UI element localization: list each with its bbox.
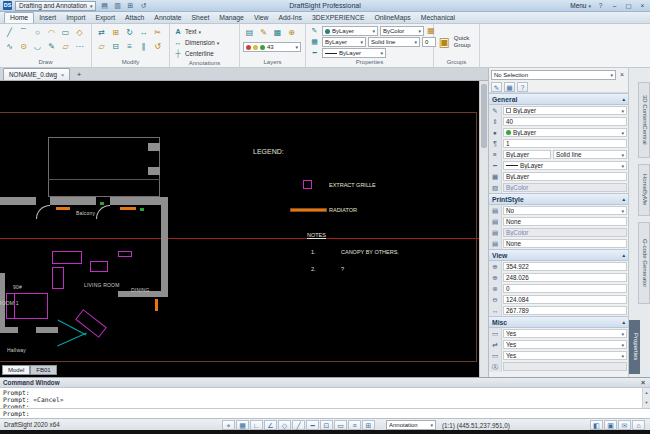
ortho-toggle-icon[interactable]: ∟	[250, 420, 263, 430]
layout-status-icon[interactable]: ▣	[604, 420, 617, 430]
rectangle-tool-icon[interactable]: ▭	[59, 26, 72, 40]
lineweight-icon[interactable]: ━	[309, 48, 320, 58]
command-window-close-icon[interactable]: ×	[639, 379, 647, 386]
menu-item-addins[interactable]: Add-Ins	[274, 13, 307, 23]
sketch-tool-icon[interactable]: ✎	[45, 40, 58, 54]
quick-select-icon[interactable]: ✎	[491, 82, 502, 92]
lineweight-toggle-icon[interactable]: ━	[306, 420, 319, 430]
polar-toggle-icon[interactable]: ∠	[264, 420, 277, 430]
drawing-canvas[interactable]: Balcony 90# LIVING ROOM DINING BEDROOM 1…	[0, 81, 479, 377]
etrack-toggle-icon[interactable]: ╱	[292, 420, 305, 430]
undo-icon[interactable]: ↺	[138, 1, 148, 11]
sheet-tab-fb01[interactable]: FB01	[30, 365, 56, 375]
save-file-icon[interactable]: ⊞	[125, 1, 135, 11]
scrollbar-thumb[interactable]	[481, 84, 487, 148]
rotate-tool-icon[interactable]: ↻	[123, 26, 136, 40]
linecolor-dropdown[interactable]: ByLayer ▾	[322, 26, 378, 36]
linestyle-name-field[interactable]: Solid line▾	[553, 150, 627, 159]
side-tab-gcode-generator[interactable]: G-code Generator	[638, 222, 650, 304]
explode-tool-icon[interactable]: ≡	[123, 40, 136, 54]
menu-item-insert[interactable]: Insert	[34, 13, 61, 23]
linestyle-dropdown[interactable]: ByLayer ▾	[322, 37, 366, 47]
command-input[interactable]: Prompt:	[0, 408, 650, 418]
quick-group-button[interactable]: Quick Group	[454, 35, 476, 49]
units-toggle-icon[interactable]: ⊞	[362, 420, 375, 430]
point-tool-icon[interactable]: ⊙	[17, 40, 30, 54]
minimize-button[interactable]: –	[610, 2, 619, 9]
sheet-tab-model[interactable]: Model	[2, 365, 30, 375]
printstyle-table-field[interactable]: None	[503, 217, 627, 226]
open-file-icon[interactable]: ▥	[112, 1, 122, 11]
selection-dropdown[interactable]: No Selection ▾	[491, 70, 616, 80]
text-tool-button[interactable]: A Text ▾	[173, 26, 236, 37]
spline-tool-icon[interactable]: ∿	[3, 40, 16, 54]
stretch-tool-icon[interactable]: ↔	[137, 26, 150, 40]
parallelogram-tool-icon[interactable]: ▱	[59, 40, 72, 54]
menu-item-sheet[interactable]: Sheet	[187, 13, 215, 23]
new-file-icon[interactable]: ▤	[99, 1, 109, 11]
layer-dropdown[interactable]: 43 ▾	[243, 42, 301, 52]
view-width-field[interactable]: 267.789	[503, 306, 627, 315]
printstyle-none-field[interactable]: None	[503, 239, 627, 248]
layer-add-icon[interactable]: ⊕	[285, 26, 298, 40]
transparency-field[interactable]: ByLayer	[503, 172, 627, 181]
properties-palette-tab[interactable]: Properties	[629, 320, 640, 374]
menu-item-3dexperience[interactable]: 3DEXPERIENCE	[307, 13, 370, 23]
section-header-printstyle[interactable]: PrintStyle ▴	[489, 193, 628, 205]
help-button[interactable]: ?	[596, 2, 605, 9]
side-tab-homebyme[interactable]: HomeByMe	[638, 164, 650, 216]
section-header-misc[interactable]: Misc ▴	[489, 316, 628, 328]
property-grid-icon[interactable]: ▦	[309, 37, 320, 47]
canvas-vertical-scrollbar[interactable]	[479, 81, 488, 377]
side-tab-3dcontentcentral[interactable]: 3D ContentCentral	[638, 82, 650, 158]
center-x-field[interactable]: 354.922	[503, 262, 627, 271]
linestyle-field[interactable]: ByLayer	[503, 150, 551, 159]
misc-field[interactable]: Yes▾	[503, 340, 627, 349]
lineweight-dropdown[interactable]: ByLayer ▾	[322, 48, 386, 58]
thickness-field[interactable]: 40	[503, 117, 627, 126]
undo-tool-icon[interactable]: ↺	[151, 40, 164, 54]
line-tool-icon[interactable]: ╱	[3, 26, 16, 40]
menu-item-mechanical[interactable]: Mechanical	[416, 13, 460, 23]
layers-manager-icon[interactable]: ▤	[243, 26, 256, 40]
more-draw-tools-icon[interactable]: ⋯	[73, 40, 86, 54]
properties-toggle-icon[interactable]: ≡	[348, 420, 361, 430]
menu-item-attach[interactable]: Attach	[120, 13, 149, 23]
layer-states-icon[interactable]: ▦	[271, 26, 284, 40]
arc-lower-tool-icon[interactable]: ◡	[31, 40, 44, 54]
linecolor-field[interactable]: ByLayer▾	[503, 106, 627, 115]
snap-toggle-icon[interactable]: ⌖	[222, 420, 235, 430]
arc-tool-icon[interactable]: ⌒	[17, 26, 30, 40]
layer-edit-icon[interactable]: ✎	[257, 26, 270, 40]
command-scrollbar[interactable]: ▲▼	[642, 388, 650, 409]
menu-item-export[interactable]: Export	[90, 13, 120, 23]
menu-item-import[interactable]: Import	[61, 13, 90, 23]
annotation-scale-dropdown[interactable]: Annotation ▾	[386, 420, 436, 430]
close-tab-icon[interactable]: ×	[61, 72, 64, 78]
linestyle-name-dropdown[interactable]: Solid line ▾	[368, 37, 420, 47]
new-tab-button[interactable]: +	[73, 69, 85, 80]
menu-item-annotate[interactable]: Annotate	[149, 13, 186, 23]
linescale-field[interactable]: 1	[503, 139, 627, 148]
grid-toggle-icon[interactable]: ▦	[236, 420, 249, 430]
misc-field[interactable]: Yes▾	[503, 351, 627, 360]
copy-tool-icon[interactable]: ⊞	[109, 26, 122, 40]
menu-item-home[interactable]: Home	[4, 12, 34, 23]
polygon-tool-icon[interactable]: ◇	[73, 26, 86, 40]
view-height-field[interactable]: 124.084	[503, 295, 627, 304]
centerline-tool-button[interactable]: ┼ Centerline	[173, 48, 236, 59]
trim-tool-icon[interactable]: ✂	[151, 26, 164, 40]
esnap-toggle-icon[interactable]: ◇	[278, 420, 291, 430]
printstyle-field[interactable]: No▾	[503, 206, 627, 215]
menu-item-view[interactable]: View	[249, 13, 274, 23]
menu-item-manage[interactable]: Manage	[214, 13, 249, 23]
bycolor-dropdown[interactable]: ByColor ▾	[380, 26, 424, 36]
lineweight-field[interactable]: ByLayer▾	[503, 161, 627, 170]
misc-field[interactable]: Yes▾	[503, 329, 627, 338]
arc-3point-tool-icon[interactable]: ◠	[45, 26, 58, 40]
workspace-selector[interactable]: Drafting and Annotation ▾	[15, 1, 96, 11]
maximize-button[interactable]: ▢	[624, 2, 633, 10]
printarea-toggle-icon[interactable]: ⊡	[320, 420, 333, 430]
move-tool-icon[interactable]: ⇄	[95, 26, 108, 40]
frame-toggle-icon[interactable]: ▭	[334, 420, 347, 430]
